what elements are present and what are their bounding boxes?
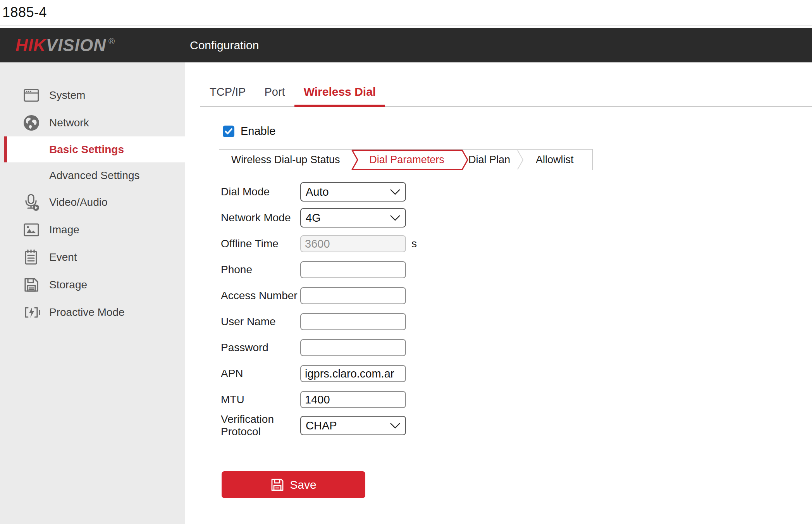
form-row-access-number: Access Number — [221, 286, 812, 305]
sidebar-item-label: Image — [49, 224, 79, 236]
network-mode-select[interactable]: 4G — [300, 208, 406, 228]
form-row-dial-mode: Dial Mode Auto — [221, 182, 812, 202]
logo-hik: HIK — [15, 36, 46, 55]
field-label: Offline Time — [221, 238, 300, 250]
apn-input[interactable] — [300, 365, 406, 382]
subtab-dial-parameters[interactable]: Dial Parameters — [352, 150, 461, 170]
subtab-label: Allowlist — [536, 154, 574, 166]
form-row-phone: Phone — [221, 260, 812, 279]
enable-label: Enable — [241, 125, 275, 138]
subtab-allowlist[interactable]: Allowlist — [517, 150, 592, 170]
tab-tcpip[interactable]: TCP/IP — [200, 78, 255, 106]
chevron-down-icon — [390, 422, 401, 429]
form-row-network-mode: Network Mode 4G — [221, 208, 812, 228]
field-label: User Name — [221, 315, 300, 328]
main-content: TCP/IP Port Wireless Dial Enable Wireles… — [185, 62, 812, 524]
sidebar-item-video-audio[interactable]: Video/Audio — [0, 188, 185, 216]
video-audio-icon — [23, 194, 41, 211]
access-number-input[interactable] — [300, 287, 406, 304]
system-icon — [23, 87, 41, 104]
form-row-password: Password — [221, 338, 812, 357]
tab-port[interactable]: Port — [255, 78, 294, 106]
check-icon — [224, 128, 233, 135]
tab-label: TCP/IP — [210, 86, 246, 98]
enable-checkbox[interactable] — [223, 126, 234, 137]
storage-icon — [23, 276, 41, 293]
sidebar-item-image[interactable]: Image — [0, 216, 185, 243]
subtab-dial-plan[interactable]: Dial Plan — [462, 150, 517, 170]
subtab-label: Wireless Dial-up Status — [231, 154, 340, 166]
subtab-label: Dial Plan — [468, 154, 510, 166]
network-tab-bar: TCP/IP Port Wireless Dial — [200, 78, 812, 107]
tab-wireless-dial[interactable]: Wireless Dial — [294, 78, 385, 106]
chevron-down-icon — [390, 189, 401, 195]
dial-mode-select[interactable]: Auto — [300, 182, 406, 202]
sidebar-item-label: Video/Audio — [49, 196, 108, 209]
sidebar-item-label: Proactive Mode — [49, 306, 125, 319]
field-label: APN — [221, 367, 300, 380]
save-icon — [270, 478, 284, 492]
password-input[interactable] — [300, 339, 406, 356]
field-label: Verification Protocol — [221, 413, 300, 438]
sidebar: System Network Basic Settings Advanced S… — [0, 62, 185, 524]
image-icon — [23, 221, 41, 238]
header-gap — [0, 26, 812, 28]
form-row-user-name: User Name — [221, 312, 812, 331]
dial-parameters-form: Dial Mode Auto Network Mode 4G Offline T… — [221, 182, 812, 435]
event-icon — [23, 249, 41, 266]
select-value: Auto — [306, 186, 329, 198]
network-icon — [23, 114, 41, 131]
sidebar-item-label: Advanced Settings — [49, 169, 140, 182]
hikvision-logo: HIKVISION® — [0, 36, 115, 55]
user-name-input[interactable] — [300, 313, 406, 330]
sidebar-item-label: Storage — [49, 279, 87, 291]
sidebar-item-label: Event — [49, 251, 77, 264]
save-label: Save — [290, 478, 316, 491]
field-label: Dial Mode — [221, 186, 300, 198]
logo-vision: VISION — [46, 36, 106, 55]
sidebar-item-label: System — [49, 89, 85, 102]
battery-charge-icon — [23, 304, 41, 321]
enable-row: Enable — [223, 125, 812, 138]
verification-protocol-select[interactable]: CHAP — [300, 416, 406, 435]
sidebar-item-label: Basic Settings — [49, 143, 124, 156]
field-label: Network Mode — [221, 212, 300, 224]
sidebar-item-system[interactable]: System — [0, 81, 185, 109]
form-row-mtu: MTU — [221, 390, 812, 409]
sidebar-item-storage[interactable]: Storage — [0, 271, 185, 298]
subtab-group: Wireless Dial-up Status Dial Parameters … — [219, 149, 593, 170]
offline-time-input — [300, 235, 406, 252]
form-row-offline-time: Offline Time s — [221, 234, 812, 253]
tab-label: Port — [264, 86, 285, 98]
tab-label: Wireless Dial — [304, 85, 376, 98]
field-label: Access Number — [221, 290, 300, 302]
form-row-apn: APN — [221, 364, 812, 383]
field-label: Password — [221, 341, 300, 354]
sidebar-item-basic-settings[interactable]: Basic Settings — [4, 136, 185, 162]
sidebar-item-advanced-settings[interactable]: Advanced Settings — [0, 162, 185, 188]
chevron-down-icon — [390, 215, 401, 221]
registered-mark-icon: ® — [108, 36, 115, 47]
sidebar-item-network[interactable]: Network — [0, 109, 185, 136]
phone-input[interactable] — [300, 261, 406, 278]
form-row-verification-protocol: Verification Protocol CHAP — [221, 416, 812, 435]
subtab-wireless-dialup-status[interactable]: Wireless Dial-up Status — [219, 150, 352, 170]
page-title: 1885-4 — [0, 4, 47, 21]
select-value: 4G — [306, 212, 321, 224]
sidebar-item-event[interactable]: Event — [0, 243, 185, 271]
subtab-label: Dial Parameters — [369, 154, 444, 166]
save-button[interactable]: Save — [222, 471, 365, 498]
app-header: HIKVISION® Configuration — [0, 28, 812, 62]
subtab-bar: Wireless Dial-up Status Dial Parameters … — [219, 149, 812, 170]
page-title-bar: 1885-4 — [0, 0, 812, 26]
header-title: Configuration — [190, 39, 259, 52]
select-value: CHAP — [306, 419, 337, 432]
field-label: Phone — [221, 264, 300, 276]
sidebar-item-proactive-mode[interactable]: Proactive Mode — [0, 298, 185, 326]
field-label: MTU — [221, 393, 300, 406]
mtu-input[interactable] — [300, 391, 406, 408]
offline-time-unit: s — [411, 238, 417, 250]
sidebar-item-label: Network — [49, 117, 89, 129]
